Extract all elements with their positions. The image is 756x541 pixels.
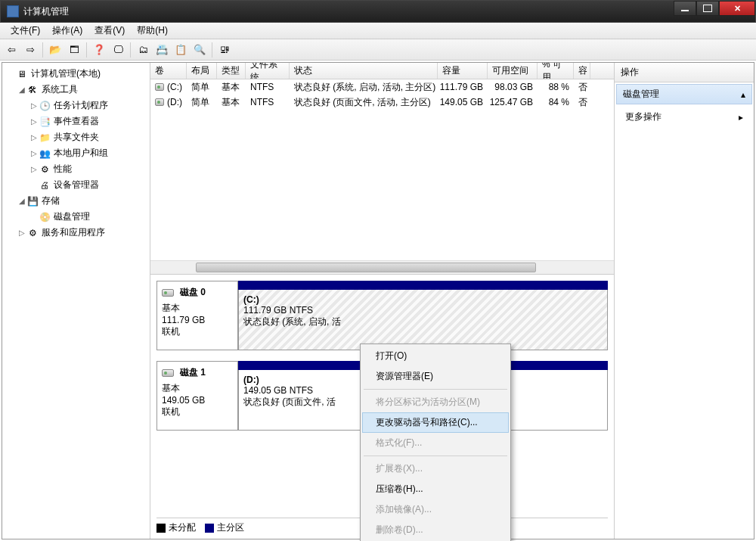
header-type[interactable]: 类型 bbox=[217, 63, 246, 79]
volume-table: 卷 布局 类型 文件系统 状态 容量 可用空间 % 可用 容 (C:) 简单 基… bbox=[150, 63, 614, 275]
partition-c[interactable]: (C:) 111.79 GB NTFS 状态良好 (系统, 启动, 活 bbox=[238, 290, 608, 350]
tree-performance[interactable]: ▷⚙性能 bbox=[4, 161, 148, 177]
volume-body: (C:) 简单 基本 NTFS 状态良好 (系统, 启动, 活动, 主分区) 1… bbox=[150, 79, 614, 260]
tools-icon: 🛠 bbox=[26, 84, 39, 96]
collapse-icon: ▴ bbox=[741, 89, 745, 100]
view-icon[interactable]: 🖵 bbox=[110, 42, 126, 58]
clock-icon: 🕒 bbox=[39, 100, 51, 112]
maximize-button[interactable] bbox=[696, 1, 719, 16]
share-icon: 📁 bbox=[39, 132, 51, 144]
disk-info-1[interactable]: 磁盘 1 基本 149.05 GB 联机 bbox=[156, 361, 238, 431]
actions-panel: 操作 磁盘管理▴ 更多操作▸ bbox=[615, 63, 754, 539]
refresh-icon[interactable]: 🗂 bbox=[135, 42, 151, 58]
ctx-open[interactable]: 打开(O) bbox=[362, 346, 509, 366]
header-status[interactable]: 状态 bbox=[290, 63, 438, 79]
actions-diskmgmt[interactable]: 磁盘管理▴ bbox=[616, 84, 752, 104]
header-fs[interactable]: 文件系统 bbox=[246, 63, 290, 79]
back-icon[interactable]: ⇦ bbox=[3, 42, 20, 58]
titlebar: 计算机管理 bbox=[0, 0, 756, 23]
services-icon: ⚙ bbox=[26, 227, 39, 239]
show-hide-icon[interactable]: 🗔 bbox=[66, 42, 82, 58]
detail-icon[interactable]: 🔍 bbox=[191, 42, 208, 58]
header-capacity[interactable]: 容量 bbox=[438, 63, 488, 79]
tree-systools[interactable]: ◢🛠系统工具 bbox=[4, 82, 148, 98]
header-pct[interactable]: % 可用 bbox=[538, 63, 574, 79]
legend-primary-icon bbox=[205, 524, 214, 533]
tree-services[interactable]: ▷⚙服务和应用程序 bbox=[4, 225, 148, 241]
menu-action[interactable]: 操作(A) bbox=[46, 23, 88, 39]
tree-storage[interactable]: ◢💾存储 bbox=[4, 193, 148, 209]
computer-icon: 🖥 bbox=[16, 68, 28, 80]
actions-more[interactable]: 更多操作▸ bbox=[615, 106, 754, 128]
tree-panel: 🖥计算机管理(本地) ◢🛠系统工具 ▷🕒任务计划程序 ▷📑事件查看器 ▷📁共享文… bbox=[2, 63, 150, 539]
disk-icon bbox=[162, 369, 174, 377]
header-volume[interactable]: 卷 bbox=[150, 63, 187, 79]
header-layout[interactable]: 布局 bbox=[187, 63, 217, 79]
tree-localusers[interactable]: ▷👥本地用户和组 bbox=[4, 145, 148, 161]
volume-row-c[interactable]: (C:) 简单 基本 NTFS 状态良好 (系统, 启动, 活动, 主分区) 1… bbox=[150, 79, 614, 95]
extra-icon[interactable]: 🖳 bbox=[216, 42, 233, 58]
disk-icon: 📀 bbox=[39, 211, 51, 223]
tree-diskmgmt[interactable]: 📀磁盘管理 bbox=[4, 209, 148, 225]
tree-sharedfolders[interactable]: ▷📁共享文件夹 bbox=[4, 129, 148, 145]
header-fault[interactable]: 容 bbox=[574, 63, 590, 79]
event-icon: 📑 bbox=[39, 116, 51, 128]
volume-row-d[interactable]: (D:) 简单 基本 NTFS 状态良好 (页面文件, 活动, 主分区) 149… bbox=[150, 95, 614, 110]
tree-eventviewer[interactable]: ▷📑事件查看器 bbox=[4, 113, 148, 129]
ctx-changedrive[interactable]: 更改驱动器号和路径(C)... bbox=[362, 412, 509, 433]
ctx-delete: 删除卷(D)... bbox=[362, 520, 509, 540]
list-icon[interactable]: 📋 bbox=[172, 42, 189, 58]
context-menu: 打开(O) 资源管理器(E) 将分区标记为活动分区(M) 更改驱动器号和路径(C… bbox=[360, 344, 511, 541]
app-icon bbox=[7, 5, 19, 17]
actions-header: 操作 bbox=[615, 63, 754, 82]
tree-root[interactable]: 🖥计算机管理(本地) bbox=[4, 66, 148, 82]
disk-row-0: 磁盘 0 基本 111.79 GB 联机 (C:) 111.79 GB NTFS… bbox=[156, 281, 608, 350]
legend-unallocated-icon bbox=[156, 524, 166, 533]
settings-icon[interactable]: 📇 bbox=[153, 42, 170, 58]
tree-devicemgr[interactable]: 🖨设备管理器 bbox=[4, 177, 148, 193]
ctx-extend: 扩展卷(X)... bbox=[362, 459, 509, 479]
window-buttons bbox=[674, 1, 755, 16]
menu-help[interactable]: 帮助(H) bbox=[131, 23, 174, 39]
volume-scrollbar[interactable] bbox=[150, 260, 614, 274]
users-icon: 👥 bbox=[39, 148, 51, 160]
ctx-shrink[interactable]: 压缩卷(H)... bbox=[362, 479, 509, 499]
toolbar: ⇦ ⇨ 📂 🗔 ❓ 🖵 🗂 📇 📋 🔍 🖳 bbox=[0, 39, 756, 61]
ctx-markactive: 将分区标记为活动分区(M) bbox=[362, 392, 509, 412]
disk-icon bbox=[162, 289, 174, 297]
drive-icon bbox=[155, 83, 164, 91]
menu-view[interactable]: 查看(V) bbox=[88, 23, 131, 39]
volume-header: 卷 布局 类型 文件系统 状态 容量 可用空间 % 可用 容 bbox=[150, 63, 614, 79]
header-free[interactable]: 可用空间 bbox=[488, 63, 538, 79]
menu-file[interactable]: 文件(F) bbox=[5, 23, 46, 39]
drive-icon bbox=[155, 98, 164, 106]
ctx-explorer[interactable]: 资源管理器(E) bbox=[362, 366, 509, 387]
close-button[interactable] bbox=[719, 1, 755, 16]
partition-header bbox=[238, 281, 608, 290]
window-title: 计算机管理 bbox=[23, 5, 69, 18]
ctx-addmirror: 添加镜像(A)... bbox=[362, 499, 509, 520]
disk-parts-0: (C:) 111.79 GB NTFS 状态良好 (系统, 启动, 活 bbox=[238, 281, 608, 350]
storage-icon: 💾 bbox=[26, 195, 39, 207]
tree-taskscheduler[interactable]: ▷🕒任务计划程序 bbox=[4, 98, 148, 113]
menubar: 文件(F) 操作(A) 查看(V) 帮助(H) bbox=[0, 23, 756, 39]
ctx-format: 格式化(F)... bbox=[362, 433, 509, 453]
chevron-right-icon: ▸ bbox=[739, 112, 743, 123]
help-icon[interactable]: ❓ bbox=[91, 42, 107, 58]
forward-icon[interactable]: ⇨ bbox=[22, 42, 39, 58]
minimize-button[interactable] bbox=[674, 1, 696, 16]
up-icon[interactable]: 📂 bbox=[47, 42, 64, 58]
disk-info-0[interactable]: 磁盘 0 基本 111.79 GB 联机 bbox=[156, 281, 238, 350]
device-icon: 🖨 bbox=[39, 179, 51, 191]
performance-icon: ⚙ bbox=[39, 163, 51, 176]
